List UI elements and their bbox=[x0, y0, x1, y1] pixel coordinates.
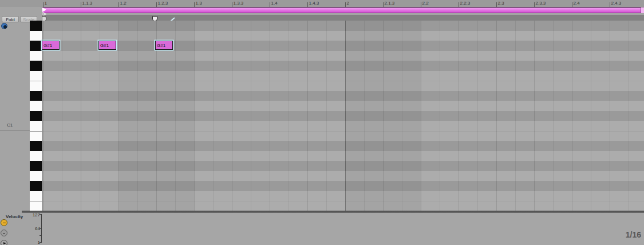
gridline-sixteenth bbox=[515, 21, 516, 211]
piano-key-G0[interactable] bbox=[30, 171, 42, 181]
piano-key-E1[interactable] bbox=[30, 81, 42, 91]
ruler-label: 2.3.3 bbox=[536, 1, 546, 6]
velocity-tick-min: 1 bbox=[29, 240, 40, 245]
gridline-eighth bbox=[118, 21, 119, 211]
beat-time-ruler[interactable]: 11.1.31.21.2.31.31.3.31.41.4.322.1.32.22… bbox=[0, 0, 644, 7]
ruler-tick bbox=[496, 2, 497, 7]
minus-icon bbox=[3, 233, 5, 234]
fold-button[interactable]: Fold bbox=[2, 16, 19, 22]
ruler-tick bbox=[345, 2, 346, 7]
gridline-sixteenth bbox=[364, 21, 365, 211]
ruler-label: 1.4.3 bbox=[309, 1, 319, 6]
loop-end-handle[interactable] bbox=[641, 7, 644, 13]
midi-note[interactable]: G#1 bbox=[155, 41, 173, 50]
piano-key-C1[interactable] bbox=[30, 121, 42, 131]
ruler-label: 1 bbox=[45, 1, 47, 6]
midi-clip-editor: 11.1.31.21.2.31.31.3.31.41.4.322.1.32.22… bbox=[0, 0, 644, 245]
lane-play-button[interactable] bbox=[1, 240, 7, 245]
gridline-eighth bbox=[270, 21, 270, 211]
piano-key-F#0[interactable] bbox=[30, 181, 42, 191]
gridline-eighth bbox=[610, 21, 610, 211]
gridline-eighth bbox=[572, 21, 572, 211]
midi-note[interactable]: G#1 bbox=[98, 41, 116, 50]
lane-toggle-button[interactable] bbox=[1, 230, 7, 236]
gridline-sixteenth bbox=[175, 21, 176, 211]
piano-key-F0[interactable] bbox=[30, 191, 42, 201]
gridline-sixteenth bbox=[62, 21, 62, 211]
gridline-sixteenth bbox=[289, 21, 289, 211]
white-key-separator bbox=[30, 131, 42, 132]
loop-start-triangle-icon[interactable] bbox=[42, 7, 47, 12]
piano-key-F1[interactable] bbox=[30, 71, 42, 81]
loop-bar[interactable] bbox=[42, 7, 644, 13]
ruler-tick bbox=[43, 2, 44, 7]
gridline-sixteenth bbox=[440, 21, 440, 211]
white-key-separator bbox=[30, 81, 42, 81]
ruler-tick bbox=[156, 2, 157, 7]
grid-size-indicator[interactable]: 1/16 bbox=[626, 230, 641, 239]
gridline-sixteenth bbox=[629, 21, 629, 211]
play-triangle-icon bbox=[3, 242, 6, 244]
velocity-lane[interactable] bbox=[42, 213, 644, 245]
ruler-tick bbox=[194, 2, 195, 7]
gridline-eighth bbox=[496, 21, 497, 211]
gridline-eighth bbox=[307, 21, 308, 211]
lane-toggle-button-active[interactable] bbox=[1, 219, 7, 226]
ruler-label: 2.2.3 bbox=[460, 1, 471, 6]
preview-headphone-button[interactable] bbox=[1, 23, 7, 29]
ruler-tick bbox=[307, 2, 308, 7]
gridline-sixteenth bbox=[591, 21, 591, 211]
gridline-sixteenth bbox=[402, 21, 402, 211]
ruler-tick bbox=[534, 2, 535, 7]
ruler-tick bbox=[459, 2, 459, 7]
gridline-sixteenth bbox=[137, 21, 138, 211]
gridline-eighth bbox=[534, 21, 535, 211]
piano-key-G#0[interactable] bbox=[30, 161, 42, 171]
piano-key-F#1[interactable] bbox=[30, 61, 42, 71]
gridline-sixteenth bbox=[213, 21, 214, 211]
ruler-tick bbox=[421, 2, 421, 7]
piano-key-G1[interactable] bbox=[30, 51, 42, 61]
ruler-tick bbox=[383, 2, 384, 7]
gridline-eighth bbox=[421, 21, 421, 211]
piano-key-E0[interactable] bbox=[30, 201, 42, 211]
velocity-axis-tick bbox=[39, 235, 41, 236]
gridline-eighth bbox=[459, 21, 459, 211]
ruler-label: 1.3 bbox=[196, 1, 202, 6]
piano-key-A0[interactable] bbox=[30, 151, 42, 161]
octave-label: C1 bbox=[7, 122, 13, 128]
ruler-label: 2.4.3 bbox=[611, 1, 622, 6]
piano-key-A1[interactable] bbox=[30, 31, 42, 41]
piano-key-G#1[interactable] bbox=[30, 41, 42, 51]
velocity-axis-tick bbox=[39, 214, 41, 215]
piano-key-C#1[interactable] bbox=[30, 111, 42, 121]
piano-key-D#1[interactable] bbox=[30, 91, 42, 101]
velocity-axis-tick bbox=[39, 242, 41, 243]
octave-divider-line bbox=[0, 131, 30, 131]
gridline-sixteenth bbox=[477, 21, 478, 211]
ruler-label: 1.2.3 bbox=[158, 1, 168, 6]
piano-key-A#1[interactable] bbox=[30, 21, 42, 31]
ruler-tick bbox=[81, 2, 81, 7]
gridline-eighth bbox=[81, 21, 81, 211]
ruler-label: 1.4 bbox=[271, 1, 278, 6]
piano-key-A#0[interactable] bbox=[30, 141, 42, 151]
minus-icon bbox=[3, 223, 6, 224]
gridline-bar bbox=[345, 21, 346, 211]
midi-note[interactable]: G#1 bbox=[42, 41, 60, 50]
white-key-separator bbox=[30, 201, 42, 201]
ruler-label: 1.1.3 bbox=[82, 1, 93, 6]
piano-key-B0[interactable] bbox=[30, 131, 42, 141]
piano-key-D1[interactable] bbox=[30, 101, 42, 111]
velocity-tick-max: 127 bbox=[29, 212, 40, 218]
ruler-tick bbox=[572, 2, 572, 7]
ruler-label: 1.2 bbox=[120, 1, 127, 6]
gridline-sixteenth bbox=[553, 21, 554, 211]
ruler-tick bbox=[270, 2, 270, 7]
ruler-label: 2.2 bbox=[422, 1, 429, 6]
ruler-tick bbox=[610, 2, 610, 7]
headphone-preview-icon bbox=[3, 25, 7, 29]
ruler-label: 2 bbox=[347, 1, 349, 6]
ruler-label: 1.3.3 bbox=[234, 1, 244, 6]
ruler-label: 2.3 bbox=[498, 1, 504, 6]
